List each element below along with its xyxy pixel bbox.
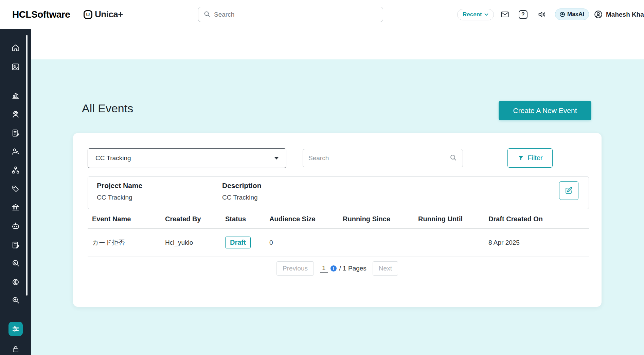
column-header-draft-created-on: Draft Created On: [488, 215, 589, 223]
document-edit-icon[interactable]: [8, 238, 23, 252]
column-header-status: Status: [225, 215, 269, 223]
description-label: Description: [222, 182, 262, 190]
page-alert-icon: !: [330, 265, 337, 272]
help-icon[interactable]: ?: [519, 0, 527, 29]
forms-icon[interactable]: [8, 126, 23, 140]
cell-draft-created-on: 8 Apr 2025: [488, 239, 589, 246]
status-badge: Draft: [225, 237, 251, 248]
dropdown-caret-icon: [274, 157, 279, 160]
hierarchy-icon[interactable]: [8, 163, 23, 177]
unica-logo-icon: U: [84, 10, 92, 19]
page-indicator: 1 ! / 1 Pages: [320, 264, 366, 273]
events-search-input[interactable]: [308, 154, 449, 162]
tag-icon[interactable]: [8, 182, 23, 196]
project-name-value: CC Tracking: [97, 194, 132, 201]
avatar-icon[interactable]: [593, 0, 603, 29]
filter-label: Filter: [527, 154, 542, 162]
search-icon: [203, 10, 211, 19]
edit-pencil-icon: [565, 186, 573, 195]
top-header: HCLSoftware U Unica+ Recent ?: [0, 0, 644, 29]
home-icon[interactable]: [8, 41, 23, 55]
maxai-label: MaxAI: [567, 11, 584, 18]
search-icon: [449, 153, 457, 163]
unica-product-name: Unica+: [95, 9, 123, 20]
unica-logo-letter: U: [86, 12, 90, 17]
settings-sliders-icon[interactable]: [8, 322, 23, 336]
unica-logo: U Unica+: [84, 0, 123, 29]
media-icon[interactable]: [8, 60, 23, 74]
cell-created-by: Hcl_yukio: [165, 239, 225, 246]
total-pages-label: / 1 Pages: [339, 265, 366, 272]
edit-project-button[interactable]: [559, 181, 578, 200]
column-header-running-until: Running Until: [418, 215, 488, 223]
project-dropdown[interactable]: CC Tracking: [88, 148, 286, 168]
insights-search-icon[interactable]: [8, 256, 23, 270]
column-header-event-name: Event Name: [92, 215, 165, 223]
project-info-panel: Project Name CC Tracking Description CC …: [88, 176, 589, 209]
recent-label: Recent: [463, 11, 482, 18]
lock-icon[interactable]: [8, 342, 23, 355]
events-card: CC Tracking Filter Project Name CC Track…: [73, 133, 602, 307]
analytics-icon[interactable]: [8, 89, 23, 103]
left-sidebar: [0, 29, 31, 355]
global-search: [198, 7, 383, 22]
main-content: All Events Create A New Event CC Trackin…: [31, 29, 644, 355]
events-search: [303, 149, 463, 167]
sidebar-scrollbar[interactable]: [26, 35, 28, 296]
user-access-icon[interactable]: [8, 144, 23, 158]
maxai-button[interactable]: MaxAI: [555, 8, 589, 20]
project-name-label: Project Name: [97, 182, 142, 190]
bot-icon[interactable]: [8, 219, 23, 233]
pagination: Previous 1 ! / 1 Pages Next: [73, 261, 602, 276]
cell-audience-size: 0: [269, 239, 343, 246]
chevron-down-icon: [484, 13, 488, 16]
maxai-icon: [560, 12, 565, 17]
column-header-running-since: Running Since: [343, 215, 418, 223]
table-header-row: Event Name Created By Status Audience Si…: [88, 212, 589, 228]
global-search-input[interactable]: [214, 11, 378, 18]
hcl-logo: HCLSoftware: [12, 0, 70, 29]
events-table: Event Name Created By Status Audience Si…: [88, 212, 589, 257]
bank-icon[interactable]: [8, 200, 23, 214]
search-plus-icon[interactable]: [8, 293, 23, 307]
create-event-button[interactable]: Create A New Event: [499, 101, 591, 120]
current-page-input[interactable]: 1: [320, 264, 328, 273]
filter-button[interactable]: Filter: [507, 148, 553, 168]
column-header-audience-size: Audience Size: [269, 215, 343, 223]
column-header-created-by: Created By: [165, 215, 225, 223]
target-icon[interactable]: [8, 275, 23, 289]
table-row[interactable]: カード拒否 Hcl_yukio Draft 0 8 Apr 2025: [88, 228, 589, 257]
description-value: CC Tracking: [222, 194, 258, 201]
cell-event-name: カード拒否: [92, 238, 165, 247]
user-name[interactable]: Mahesh Khatik: [606, 0, 644, 29]
announcement-icon[interactable]: [537, 0, 547, 29]
audience-icon[interactable]: [8, 107, 23, 122]
filter-funnel-icon: [517, 154, 524, 162]
page-title: All Events: [82, 102, 133, 115]
recent-button[interactable]: Recent: [457, 9, 494, 20]
cell-status: Draft: [225, 237, 269, 248]
next-page-button[interactable]: Next: [373, 261, 398, 276]
mail-icon[interactable]: [500, 0, 509, 29]
previous-page-button[interactable]: Previous: [276, 261, 314, 276]
project-dropdown-value: CC Tracking: [95, 154, 131, 162]
